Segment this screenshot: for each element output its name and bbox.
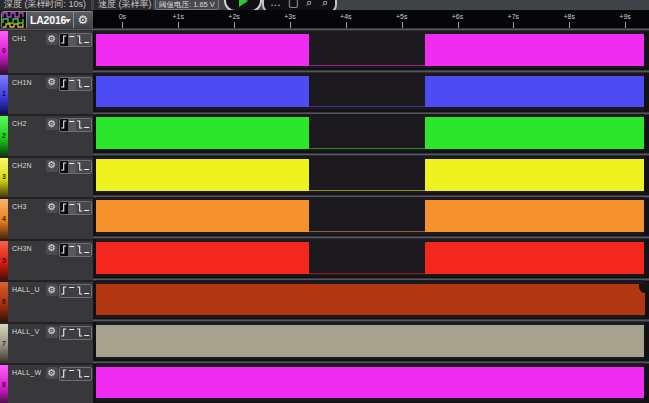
channel-color-tab[interactable]: 2	[0, 116, 8, 156]
trigger-rising-button[interactable]	[60, 78, 68, 90]
depth-combo[interactable]: 深度 (采样时间: 10s)	[0, 0, 91, 10]
trigger-button-group	[59, 243, 92, 257]
trigger-rising-button[interactable]	[60, 119, 68, 131]
trigger-high-button[interactable]	[68, 327, 76, 339]
channel-color-tab[interactable]: 1	[0, 75, 8, 115]
channel-name-label[interactable]: CH3	[12, 203, 27, 210]
trigger-falling-button[interactable]	[76, 368, 84, 380]
gear-icon: ⚙	[48, 33, 57, 44]
channel-settings-button[interactable]: ⚙	[46, 201, 58, 213]
gear-icon: ⚙	[48, 367, 57, 378]
trigger-falling-button[interactable]	[76, 285, 84, 297]
start-capture-button[interactable]	[224, 0, 262, 10]
trigger-low-button[interactable]	[83, 368, 91, 380]
trigger-rising-button[interactable]	[60, 285, 68, 297]
trigger-low-button[interactable]	[83, 119, 91, 131]
channel-settings-button[interactable]: ⚙	[46, 77, 58, 89]
waveform-plot[interactable]	[93, 31, 649, 403]
trigger-falling-button[interactable]	[76, 202, 84, 214]
trigger-low-button[interactable]	[83, 244, 91, 256]
waveform-row-ch2	[93, 114, 649, 156]
device-settings-button[interactable]: ⚙	[73, 11, 94, 29]
trigger-button-group	[59, 77, 92, 91]
waveform-high-segment	[425, 242, 644, 274]
channel-number-label: 8	[0, 381, 8, 388]
ruler-tick-label: 0s	[119, 13, 126, 20]
waveform-row-ch1	[93, 31, 649, 73]
threshold-voltage-button[interactable]: 阈值电压: 1.65 V	[155, 0, 219, 10]
trigger-high-button[interactable]	[68, 78, 76, 90]
channel-settings-button[interactable]: ⚙	[46, 326, 58, 338]
zoom-out-icon[interactable]: ⌕	[306, 0, 312, 9]
trigger-high-button[interactable]	[68, 119, 76, 131]
trigger-high-button[interactable]	[68, 244, 76, 256]
channel-name-label[interactable]: CH1	[12, 35, 27, 42]
waveform-row-hall_w	[93, 363, 649, 403]
trigger-high-button[interactable]	[68, 368, 76, 380]
channel-settings-button[interactable]: ⚙	[46, 118, 58, 130]
channel-color-tab[interactable]: 7	[0, 324, 8, 364]
channel-settings-button[interactable]: ⚙	[46, 367, 58, 379]
channel-number-label: 0	[0, 47, 8, 54]
channel-row-ch1n: 1CH1N⚙	[0, 73, 93, 115]
waveform-row-ch3n	[93, 239, 649, 281]
channel-color-tab[interactable]: 0	[0, 31, 8, 73]
trigger-high-button[interactable]	[68, 34, 76, 46]
waveform-high-segment	[96, 325, 644, 357]
channel-color-tab[interactable]: 5	[0, 241, 8, 281]
trigger-rising-button[interactable]	[60, 161, 68, 173]
trigger-rising-button[interactable]	[60, 327, 68, 339]
trigger-falling-button[interactable]	[76, 161, 84, 173]
channel-color-tab[interactable]: 3	[0, 158, 8, 198]
trigger-falling-button[interactable]	[76, 327, 84, 339]
trigger-rising-button[interactable]	[60, 202, 68, 214]
trigger-falling-button[interactable]	[76, 119, 84, 131]
channel-name-label[interactable]: CH1N	[12, 79, 32, 86]
channel-settings-button[interactable]: ⚙	[46, 33, 58, 45]
channel-color-tab[interactable]: 4	[0, 199, 8, 239]
channel-settings-button[interactable]: ⚙	[46, 160, 58, 172]
trigger-low-button[interactable]	[83, 285, 91, 297]
trigger-falling-button[interactable]	[76, 78, 84, 90]
channel-settings-button[interactable]: ⚙	[46, 243, 58, 255]
trigger-falling-button[interactable]	[76, 34, 84, 46]
channel-name-label[interactable]: HALL_V	[12, 328, 39, 335]
waveform-high-segment	[96, 200, 309, 232]
trigger-high-button[interactable]	[68, 202, 76, 214]
waveform-high-segment	[425, 76, 644, 108]
measure-icon[interactable]: …	[270, 0, 281, 8]
trigger-low-button[interactable]	[83, 327, 91, 339]
zoom-in-icon[interactable]: ⌕	[322, 0, 328, 9]
app-logo	[1, 11, 28, 29]
channel-name-label[interactable]: HALL_U	[12, 286, 40, 293]
trigger-high-button[interactable]	[68, 285, 76, 297]
trigger-low-button[interactable]	[83, 161, 91, 173]
trigger-low-button[interactable]	[83, 34, 91, 46]
channel-name-label[interactable]: HALL_W	[12, 369, 41, 376]
trigger-rising-button[interactable]	[60, 34, 68, 46]
channel-name-label[interactable]: CH2N	[12, 162, 32, 169]
trigger-low-button[interactable]	[83, 78, 91, 90]
trigger-button-group	[59, 326, 92, 340]
fit-window-icon[interactable]: ▢	[288, 0, 298, 9]
gear-icon: ⚙	[48, 325, 57, 336]
channel-row-ch1: 0CH1⚙	[0, 31, 93, 73]
trigger-rising-button[interactable]	[60, 368, 68, 380]
channel-color-tab[interactable]: 6	[0, 282, 8, 322]
time-ruler[interactable]: 0s+1s+2s+3s+4s+5s+6s+7s+8s+9s	[93, 10, 649, 28]
channel-row-hall_u: 6HALL_U⚙	[0, 280, 93, 322]
la2016-app-window: 深度 (采样时间: 10s) 速度 (采样率) 阈值电压: 1.65 V …▢⌕…	[0, 0, 649, 403]
trigger-high-button[interactable]	[68, 161, 76, 173]
speed-combo[interactable]: 速度 (采样率)	[94, 0, 153, 10]
device-selector-button[interactable]: LA2016	[26, 11, 74, 29]
gear-icon: ⚙	[48, 284, 57, 295]
channel-name-label[interactable]: CH3N	[12, 245, 32, 252]
channel-color-tab[interactable]: 8	[0, 365, 8, 403]
trigger-rising-button[interactable]	[60, 244, 68, 256]
channel-settings-button[interactable]: ⚙	[46, 284, 58, 296]
trigger-falling-button[interactable]	[76, 244, 84, 256]
trigger-low-button[interactable]	[83, 202, 91, 214]
channel-name-label[interactable]: CH2	[12, 120, 27, 127]
waveform-high-segment	[425, 159, 644, 191]
gear-icon: ⚙	[78, 13, 89, 27]
